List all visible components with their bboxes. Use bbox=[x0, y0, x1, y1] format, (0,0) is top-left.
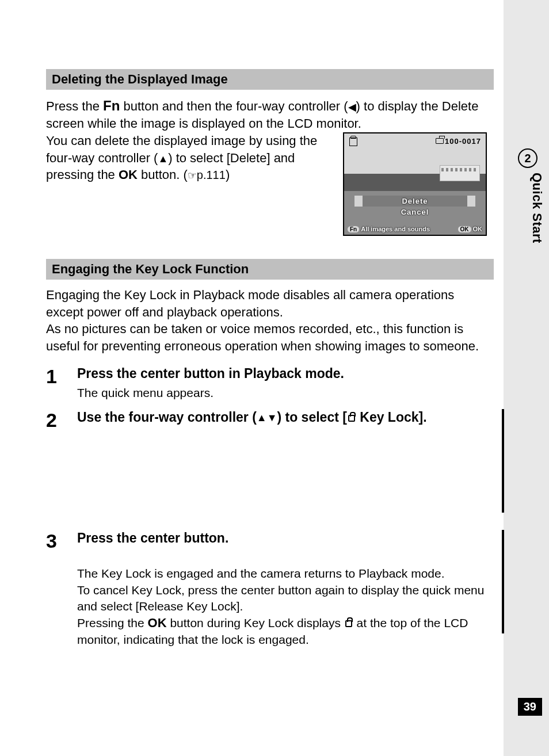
trash-icon bbox=[349, 136, 358, 146]
text: ) to select [ bbox=[277, 410, 346, 425]
step-2: 2 Use the four-way controller (▲▼) to se… bbox=[46, 409, 494, 432]
side-tab: 2 Quick Start 39 bbox=[504, 0, 549, 756]
text: button. ( bbox=[138, 167, 188, 182]
fn-badge: Fn bbox=[348, 226, 359, 232]
para-delete-2: You can delete the displayed image by us… bbox=[46, 132, 334, 184]
step-desc: The Key Lock is engaged and the camera r… bbox=[77, 549, 494, 648]
text: button during Key Lock displays bbox=[167, 616, 344, 629]
para-keylock: Engaging the Key Lock in Playback mode d… bbox=[46, 287, 494, 355]
up-down-arrow-icon: ▲▼ bbox=[257, 412, 277, 423]
lcd-menu-delete: Delete bbox=[354, 196, 475, 207]
para-delete-1: Press the Fn button and then the four-wa… bbox=[46, 97, 494, 132]
ok-badge: OK bbox=[458, 226, 471, 232]
text: Key Lock]. bbox=[356, 410, 427, 425]
file-number-text: 100-0017 bbox=[445, 137, 481, 146]
lcd-bottom-right: OKOK bbox=[458, 226, 483, 232]
lcd-bottom-left: FnAll images and sounds bbox=[348, 226, 430, 232]
chapter-number-badge: 2 bbox=[518, 148, 537, 168]
file-number: 100-0017 bbox=[436, 136, 481, 146]
page-content: Deleting the Displayed Image Press the F… bbox=[0, 0, 504, 756]
lcd-screenshot-delete: 100-0017 Delete Cancel FnAll images and … bbox=[343, 132, 487, 236]
text: ) bbox=[226, 167, 230, 182]
step-title: Press the center button in Playback mode… bbox=[77, 365, 494, 383]
up-arrow-icon: ▲ bbox=[158, 153, 168, 165]
reference-icon: ☞ bbox=[188, 170, 197, 181]
section-heading-keylock: Engaging the Key Lock Function bbox=[46, 259, 494, 280]
lcd-screenshot-locked: 100-0038 09/25/2004 14:25 bbox=[502, 530, 504, 633]
ok-label: OK bbox=[119, 167, 138, 182]
ok-label: OK bbox=[148, 616, 167, 630]
step-1: 1 Press the center button in Playback mo… bbox=[46, 365, 494, 401]
step-desc: The quick menu appears. bbox=[77, 385, 494, 401]
step-title: Press the center button. bbox=[77, 530, 494, 547]
folder-icon bbox=[436, 138, 444, 144]
step-number: 3 bbox=[46, 530, 63, 648]
left-arrow-icon: ◀ bbox=[348, 101, 356, 113]
lcd-screenshot-quickmenu: 100-0038 RECStart Key Lock Slideshow 200… bbox=[502, 409, 504, 513]
step-number: 1 bbox=[46, 365, 63, 401]
step-3: 3 Press the center button. The Key Lock … bbox=[46, 530, 494, 648]
step-title: Use the four-way controller (▲▼) to sele… bbox=[77, 409, 494, 426]
step-number: 2 bbox=[46, 409, 63, 432]
text: All images and sounds bbox=[361, 226, 430, 232]
text: OK bbox=[473, 226, 483, 232]
section-heading-deleting: Deleting the Displayed Image bbox=[46, 69, 494, 90]
page-reference: p.111 bbox=[197, 169, 226, 181]
page-number: 39 bbox=[518, 698, 542, 716]
lock-icon bbox=[345, 620, 352, 627]
text: Press the bbox=[46, 99, 103, 113]
chapter-label: Quick Start bbox=[529, 173, 544, 243]
lock-icon bbox=[348, 415, 355, 422]
fn-label: Fn bbox=[103, 98, 120, 113]
text: button and then the four-way controller … bbox=[120, 99, 348, 113]
lcd-menu-cancel: Cancel bbox=[354, 207, 475, 217]
text: Use the four-way controller ( bbox=[77, 410, 257, 425]
